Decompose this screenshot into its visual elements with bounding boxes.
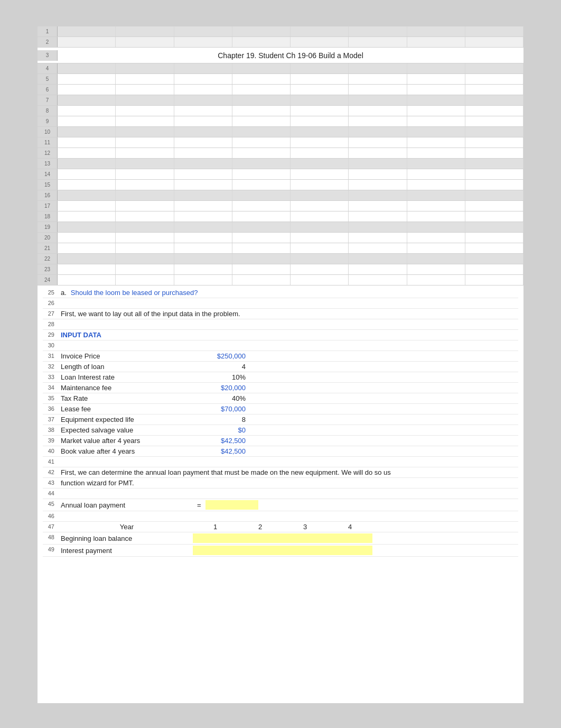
line-num-29: 29 [43,330,59,338]
row-num-5: 5 [38,74,58,84]
line-30-content [59,345,518,347]
line-num-30: 30 [43,340,59,348]
salvage-value-label: Expected salvage value [61,426,193,434]
row-num-18: 18 [38,211,58,222]
row-num-10: 10 [38,127,58,137]
grid-row-2: 2 [38,37,523,48]
line-36: 36 Lease fee $70,000 [43,404,518,414]
grid-row-20: 20 [38,233,523,243]
grid-row-22: 22 [38,254,523,264]
row-num-20: 20 [38,233,58,243]
tax-rate-value: 40% [193,394,246,402]
invoice-price-value: $250,000 [193,352,246,360]
loan-interest-value: 10% [193,373,246,381]
grid-row-8: 8 [38,106,523,116]
line-num-41: 41 [43,457,59,465]
annual-loan-payment-cell[interactable] [205,500,258,510]
year-col-2: 2 [238,523,283,531]
invoice-price-row: Invoice Price $250,000 [61,352,516,360]
market-value-label: Market value after 4 years [61,437,193,445]
line-25-link[interactable]: Should the loom be leased or purchased? [71,289,198,297]
line-42-content: First, we can determine the annual loan … [59,467,518,477]
row-num-21: 21 [38,243,58,253]
grid-row-23: 23 [38,264,523,275]
line-26-content [59,302,518,305]
grid-row-14: 14 [38,169,523,180]
grid-row-13: 13 [38,159,523,169]
line-42-text: First, we can determine the annual loan … [61,468,391,476]
line-47-content: Year 1 2 3 4 [59,522,518,532]
line-num-26: 26 [43,298,59,306]
length-loan-value: 4 [193,363,246,371]
line-29-content: INPUT DATA [59,330,518,340]
grid-row-24: 24 [38,275,523,285]
line-39-content: Market value after 4 years $42,500 [59,436,518,446]
book-value-row: Book value after 4 years $42,500 [61,447,516,455]
line-27: 27 First, we want to lay out all of the … [43,309,518,319]
invoice-price-label: Invoice Price [61,352,193,360]
line-28: 28 [43,319,518,330]
line-41-content [59,461,518,463]
line-num-35: 35 [43,393,59,401]
grid-row-4: 4 [38,63,523,74]
beginning-loan-cells[interactable] [193,533,372,543]
maintenance-fee-label: Maintenance fee [61,384,193,392]
row-num-17: 17 [38,201,58,211]
row-num-13: 13 [38,159,58,169]
lease-fee-row: Lease fee $70,000 [61,405,516,413]
grid-row-1: 1 [38,26,523,37]
interest-payment-row: Interest payment [61,546,372,555]
line-43-text: function wizard for PMT. [61,479,134,487]
page-container: 1 2 3 Chapter 19. Student Ch 19- [38,26,523,703]
line-26: 26 [43,298,518,309]
equip-life-label: Equipment expected life [61,416,193,423]
tax-rate-row: Tax Rate 40% [61,394,516,402]
line-27-content: First, we want to lay out all of the inp… [59,309,518,319]
line-46: 46 [43,511,518,522]
equals-sign: = [197,501,201,509]
line-44: 44 [43,489,518,499]
interest-payment-cells[interactable] [193,546,372,555]
book-value-label: Book value after 4 years [61,447,193,455]
length-loan-label: Length of loan [61,363,193,371]
page-title: Chapter 19. Student Ch 19-06 Build a Mod… [58,51,523,60]
grid-row-19: 19 [38,222,523,233]
line-num-25: 25 [43,288,59,296]
equip-life-value: 8 [193,416,246,423]
line-27-text: First, we want to lay out all of the inp… [61,310,240,318]
grid-row-10: 10 [38,127,523,137]
grid-row-11: 11 [38,137,523,148]
annual-loan-payment-label: Annual loan payment [61,501,193,509]
line-25: 25 a. Should the loom be leased or purch… [43,288,518,298]
line-32-content: Length of loan 4 [59,362,518,372]
annual-loan-payment-row: Annual loan payment = [61,500,516,510]
line-32: 32 Length of loan 4 [43,362,518,372]
maintenance-fee-row: Maintenance fee $20,000 [61,384,516,392]
line-48-content: Beginning loan balance [59,532,518,544]
row-num-7: 7 [38,95,58,105]
row-num-6: 6 [38,85,58,95]
grid-row-6: 6 [38,85,523,95]
loan-interest-row: Loan Interest rate 10% [61,373,516,381]
line-num-42: 42 [43,467,59,475]
line-49-content: Interest payment [59,545,518,556]
line-num-46: 46 [43,511,59,519]
row-num-9: 9 [38,116,58,126]
line-47: 47 Year 1 2 3 4 [43,522,518,532]
title-grid-row: 3 Chapter 19. Student Ch 19-06 Build a M… [38,48,523,63]
row-num-8: 8 [38,106,58,116]
row-num-14: 14 [38,169,58,179]
line-num-33: 33 [43,372,59,380]
year-header-label: Year [61,523,193,531]
line-num-28: 28 [43,319,59,327]
beginning-loan-label: Beginning loan balance [61,535,193,542]
line-num-44: 44 [43,489,59,496]
grid-row-17: 17 [38,201,523,211]
line-45-content: Annual loan payment = [59,499,518,511]
line-48: 48 Beginning loan balance [43,532,518,545]
row-num-1: 1 [38,26,58,36]
line-num-45: 45 [43,499,59,507]
grid-row-18: 18 [38,211,523,222]
line-num-43: 43 [43,478,59,486]
line-num-36: 36 [43,404,59,412]
